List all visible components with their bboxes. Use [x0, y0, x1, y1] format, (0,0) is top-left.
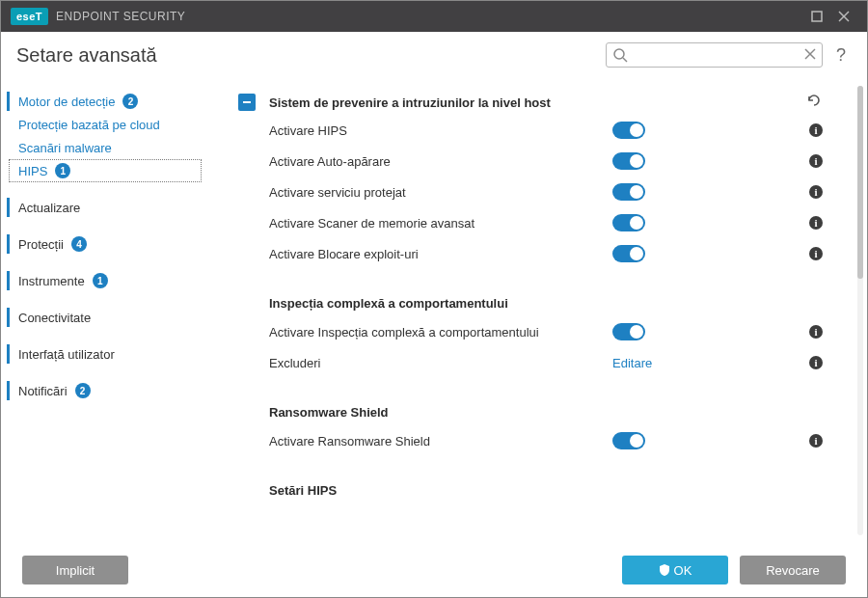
sidebar-item-hips[interactable]: HIPS 1	[1, 159, 231, 182]
brand-logo: eseT	[11, 8, 48, 25]
section-title: Sistem de prevenire a intruziunilor la n…	[269, 95, 805, 110]
sidebar-item-protections[interactable]: Protecții 4	[1, 232, 231, 256]
help-button[interactable]: ?	[836, 45, 846, 66]
badge: 2	[122, 94, 138, 109]
toggle-exploit-blocker[interactable]	[612, 245, 645, 262]
info-button[interactable]: i	[805, 122, 827, 138]
toggle-ransomware-shield[interactable]	[612, 432, 645, 449]
clear-search-button[interactable]	[803, 47, 817, 65]
page-header: Setare avansată ?	[1, 32, 867, 78]
search-icon	[612, 47, 628, 67]
info-icon: i	[808, 433, 824, 448]
app-window: eseT ENDPOINT SECURITY Setare avansată ?	[0, 0, 868, 598]
product-name: ENDPOINT SECURITY	[56, 10, 185, 23]
badge: 1	[55, 163, 70, 178]
content-wrap: Sistem de prevenire a intruziunilor la n…	[231, 78, 867, 543]
sidebar-item-label: Conectivitate	[18, 311, 91, 325]
svg-text:i: i	[814, 357, 817, 368]
setting-label: Activare Scaner de memorie avansat	[269, 216, 612, 231]
minus-icon	[242, 97, 252, 107]
info-button[interactable]: i	[805, 355, 827, 370]
content-panel: Sistem de prevenire a intruziunilor la n…	[231, 78, 854, 543]
svg-point-3	[614, 49, 624, 59]
sidebar-item-cloud-protection[interactable]: Protecție bazată pe cloud	[1, 113, 231, 136]
setting-label: Activare serviciu protejat	[269, 185, 612, 200]
search-field[interactable]	[606, 42, 823, 68]
info-icon: i	[808, 122, 824, 138]
info-button[interactable]: i	[805, 433, 827, 448]
subsection-heading-behavioral: Inspecția complexă a comportamentului	[231, 269, 844, 316]
edit-exclusions-link[interactable]: Editare	[612, 356, 652, 370]
info-button[interactable]: i	[805, 215, 827, 231]
sidebar-item-label: Protecție bazată pe cloud	[18, 118, 160, 132]
sidebar-item-label: Instrumente	[18, 274, 85, 288]
cancel-button[interactable]: Revocare	[740, 556, 846, 584]
search-input[interactable]	[607, 43, 822, 67]
info-button[interactable]: i	[805, 324, 827, 340]
collapse-button[interactable]	[238, 94, 256, 111]
setting-row-ransomware-shield: Activare Ransomware Shield i	[231, 425, 844, 456]
body: Motor de detecție 2 Protecție bazată pe …	[1, 78, 867, 543]
info-icon: i	[808, 246, 824, 261]
window-close-button[interactable]	[830, 3, 857, 30]
setting-label: Activare Ransomware Shield	[269, 434, 612, 448]
button-label: Implicit	[56, 563, 95, 578]
info-icon: i	[808, 324, 824, 340]
undo-icon	[805, 92, 823, 109]
setting-label: Activare HIPS	[269, 123, 612, 138]
sidebar-item-connectivity[interactable]: Conectivitate	[1, 306, 231, 329]
sidebar-item-label: Interfață utilizator	[18, 347, 115, 362]
sidebar-item-detection-engine[interactable]: Motor de detecție 2	[1, 90, 231, 113]
sidebar-item-label: Notificări	[18, 384, 68, 398]
info-button[interactable]: i	[805, 153, 827, 169]
toggle-behavioral[interactable]	[612, 323, 645, 340]
sidebar-item-label: Protecții	[18, 237, 64, 252]
setting-label: Activare Inspecția complexă a comportame…	[269, 325, 612, 340]
scrollbar-thumb[interactable]	[857, 86, 863, 279]
badge: 1	[93, 273, 108, 288]
badge: 4	[71, 236, 87, 252]
ok-button[interactable]: OK	[622, 556, 728, 584]
setting-row-enable-hips: Activare HIPS i	[231, 115, 844, 146]
setting-row-exclusions: Excluderi Editare i	[231, 347, 844, 378]
footer: Implicit OK Revocare	[1, 543, 867, 597]
setting-label: Activare Blocare exploit-uri	[269, 247, 612, 261]
sidebar-item-malware-scans[interactable]: Scanări malware	[1, 136, 231, 159]
svg-text:i: i	[814, 124, 817, 136]
svg-text:i: i	[814, 248, 817, 259]
sidebar-item-label: HIPS	[18, 164, 47, 178]
info-button[interactable]: i	[805, 246, 827, 261]
svg-rect-0	[812, 12, 822, 21]
subsection-heading-ransomware: Ransomware Shield	[231, 378, 844, 425]
window-maximize-button[interactable]	[803, 3, 830, 30]
toggle-self-defense[interactable]	[612, 152, 645, 170]
page-title: Setare avansată	[16, 44, 157, 67]
toggle-memory-scanner[interactable]	[612, 214, 645, 231]
info-button[interactable]: i	[805, 184, 827, 200]
sidebar: Motor de detecție 2 Protecție bazată pe …	[1, 78, 231, 543]
maximize-icon	[811, 11, 823, 22]
sidebar-item-ui[interactable]: Interfață utilizator	[1, 342, 231, 366]
sidebar-item-tools[interactable]: Instrumente 1	[1, 269, 231, 292]
svg-text:i: i	[814, 326, 817, 338]
setting-row-protected-service: Activare serviciu protejat i	[231, 177, 844, 207]
setting-row-enable-behavioral: Activare Inspecția complexă a comportame…	[231, 316, 844, 347]
toggle-enable-hips[interactable]	[612, 122, 645, 139]
close-icon	[803, 47, 817, 61]
svg-text:i: i	[814, 435, 817, 447]
setting-row-memory-scanner: Activare Scaner de memorie avansat i	[231, 207, 844, 238]
sidebar-item-notifications[interactable]: Notificări 2	[1, 379, 231, 402]
default-button[interactable]: Implicit	[22, 556, 128, 584]
reset-section-button[interactable]	[805, 92, 827, 113]
sidebar-item-label: Actualizare	[18, 201, 80, 215]
svg-text:i: i	[814, 155, 817, 167]
shield-icon	[659, 563, 670, 577]
button-label: Revocare	[766, 563, 820, 578]
title-bar: eseT ENDPOINT SECURITY	[1, 1, 867, 32]
svg-text:i: i	[814, 217, 817, 229]
button-label: OK	[674, 563, 692, 578]
toggle-protected-service[interactable]	[612, 183, 645, 201]
badge: 2	[75, 383, 91, 398]
sidebar-item-update[interactable]: Actualizare	[1, 196, 231, 219]
setting-row-self-defense: Activare Auto-apărare i	[231, 146, 844, 177]
